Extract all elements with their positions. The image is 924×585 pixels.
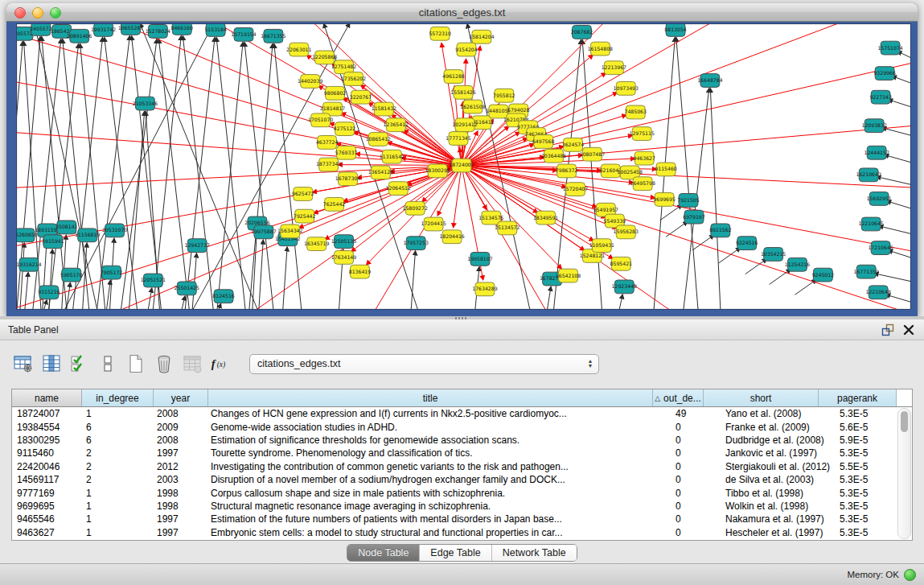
citation-edge-black[interactable] bbox=[25, 273, 28, 309]
table-cell[interactable]: 1997 bbox=[152, 513, 206, 525]
node-yellow[interactable]: 17356202 bbox=[341, 72, 366, 86]
column-header-year[interactable]: year bbox=[154, 389, 208, 406]
table-cell[interactable]: 6 bbox=[81, 435, 152, 446]
table-cell[interactable]: 1998 bbox=[152, 488, 206, 499]
node-yellow[interactable]: 15720407 bbox=[563, 183, 588, 196]
table-cell[interactable]: de Silva et al. (2003) bbox=[721, 474, 835, 485]
citation-edge-black[interactable] bbox=[887, 201, 910, 208]
table-cell[interactable]: Yano et al. (2008) bbox=[721, 408, 835, 419]
node-yellow[interactable]: 18204416 bbox=[439, 230, 464, 244]
node-yellow[interactable]: 12205868 bbox=[312, 51, 337, 64]
node-yellow[interactable]: 17771345 bbox=[446, 132, 470, 146]
node-teal[interactable]: 12505135 bbox=[331, 235, 356, 249]
table-row[interactable]: 977716911998Corpus callosum shape and si… bbox=[12, 486, 912, 499]
node-teal[interactable]: 9245012 bbox=[812, 268, 835, 282]
node-teal[interactable]: 16648784 bbox=[697, 74, 722, 88]
table-cell[interactable]: 9115460 bbox=[12, 447, 81, 459]
table-cell[interactable]: 1997 bbox=[152, 527, 206, 538]
node-yellow[interactable]: 15956283 bbox=[614, 225, 639, 239]
citation-edge-black[interactable] bbox=[889, 100, 910, 107]
node-yellow[interactable]: 3220767 bbox=[350, 90, 372, 104]
table-cell[interactable]: 9777169 bbox=[12, 488, 81, 499]
scrollbar-thumb[interactable] bbox=[901, 411, 908, 432]
node-teal[interactable]: 20891406 bbox=[67, 29, 92, 43]
table-cell[interactable]: Structural magnetic resonance image aver… bbox=[206, 501, 671, 512]
node-teal[interactable]: 9224516 bbox=[736, 237, 758, 250]
node-teal[interactable]: 16771359 bbox=[854, 265, 879, 278]
citation-edge-black[interactable] bbox=[283, 247, 287, 309]
node-yellow[interactable]: 4275122 bbox=[334, 122, 356, 136]
node-yellow[interactable]: 10973493 bbox=[614, 81, 639, 95]
table-row[interactable]: 946362711997Embryonic stem cells: a mode… bbox=[12, 526, 912, 539]
node-yellow[interactable]: 4637724 bbox=[316, 136, 339, 150]
citation-edge-red[interactable] bbox=[441, 43, 462, 166]
node-yellow[interactable]: 17204415 bbox=[421, 217, 446, 231]
table-cell[interactable]: 9463627 bbox=[12, 527, 81, 538]
tab-network-table[interactable]: Network Table bbox=[491, 545, 577, 561]
citation-edge-black[interactable] bbox=[185, 38, 215, 309]
node-teal[interactable]: 15692951 bbox=[866, 192, 891, 206]
node-teal[interactable]: 7905172 bbox=[101, 266, 123, 279]
node-teal[interactable]: 8813054 bbox=[664, 24, 687, 36]
node-yellow[interactable]: 17634289 bbox=[472, 282, 497, 296]
node-teal[interactable]: 19931742 bbox=[91, 24, 116, 36]
node-teal[interactable]: 11156819 bbox=[75, 229, 100, 242]
node-teal[interactable]: 10719154 bbox=[231, 27, 256, 41]
column-header-short[interactable]: short bbox=[704, 389, 819, 406]
table-cell[interactable]: 2008 bbox=[152, 435, 206, 446]
node-yellow[interactable]: 16345719 bbox=[304, 237, 329, 251]
node-yellow[interactable]: 9463627 bbox=[633, 151, 655, 165]
node-hub[interactable]: 18724007 bbox=[449, 159, 474, 172]
table-cell[interactable]: 0 bbox=[671, 435, 721, 446]
table-cell[interactable]: Nakamura et al. (1997) bbox=[721, 513, 835, 525]
table-cell[interactable]: 19384554 bbox=[12, 422, 81, 433]
table-cell[interactable]: 2 bbox=[81, 474, 152, 485]
node-teal[interactable]: 16210643 bbox=[856, 168, 881, 182]
table-cell[interactable]: 2012 bbox=[152, 461, 206, 472]
node-yellow[interactable]: 6497568 bbox=[532, 135, 555, 149]
node-teal[interactable]: 9315216 bbox=[38, 286, 60, 299]
table-cell[interactable]: Corpus callosum shape and size in male p… bbox=[206, 488, 671, 499]
column-header-name[interactable]: name bbox=[12, 389, 82, 406]
node-yellow[interactable]: 20364486 bbox=[541, 149, 566, 163]
table-cell[interactable]: 2 bbox=[81, 447, 152, 459]
node-teal[interactable]: 19316214 bbox=[17, 257, 42, 271]
citation-edge-black[interactable] bbox=[892, 76, 910, 83]
table-cell[interactable]: Stergiakouli et al. (2012) bbox=[721, 461, 835, 472]
network-table-select[interactable]: citations_edges.txt ▲▼ bbox=[249, 354, 599, 374]
minimize-window-button[interactable] bbox=[32, 7, 43, 19]
citation-edge-black[interactable] bbox=[253, 231, 257, 309]
table-cell[interactable]: 0 bbox=[671, 474, 721, 485]
node-teal[interactable]: 6979197 bbox=[683, 210, 705, 224]
table-cell[interactable]: Wolkin et al. (1998) bbox=[721, 501, 835, 512]
table-cell[interactable]: 1 bbox=[81, 501, 152, 512]
node-teal[interactable]: 8124516 bbox=[212, 290, 235, 303]
citation-edge-black[interactable] bbox=[886, 295, 910, 302]
citation-edge-black[interactable] bbox=[148, 288, 151, 309]
node-yellow[interactable]: 18737343 bbox=[316, 158, 341, 171]
table-row[interactable]: 1456911722003Disruption of a novel membe… bbox=[12, 473, 912, 486]
column-header-in-degree[interactable]: in_degree bbox=[82, 389, 154, 406]
node-yellow[interactable]: 17634149 bbox=[331, 251, 356, 265]
citation-edge-black[interactable] bbox=[20, 243, 24, 309]
node-yellow[interactable]: 11316542 bbox=[380, 150, 405, 163]
table-row[interactable]: 1830029562008Estimation of significance … bbox=[12, 434, 912, 447]
table-cell[interactable]: 0 bbox=[671, 447, 721, 459]
table-cell[interactable]: 1998 bbox=[152, 501, 206, 512]
close-window-button[interactable] bbox=[14, 7, 26, 19]
table-cell[interactable]: 0 bbox=[671, 501, 721, 512]
citation-edge-black[interactable] bbox=[619, 295, 622, 309]
tab-edge-table[interactable]: Edge Table bbox=[419, 545, 491, 561]
table-cell[interactable]: Hescheler et al. (1997) bbox=[721, 527, 835, 538]
table-row[interactable]: 2242004622012Investigating the contribut… bbox=[12, 460, 912, 473]
node-yellow[interactable]: 8136419 bbox=[349, 265, 372, 278]
node-teal[interactable]: 15751074 bbox=[877, 41, 902, 55]
node-yellow[interactable]: 11581432 bbox=[372, 102, 396, 116]
node-teal[interactable]: 12210645 bbox=[859, 217, 884, 231]
table-cell[interactable]: 18724007 bbox=[12, 408, 81, 419]
citation-edge-black[interactable] bbox=[745, 259, 767, 274]
table-cell[interactable]: 1997 bbox=[152, 447, 206, 459]
node-yellow[interactable]: 16495798 bbox=[630, 177, 655, 191]
node-yellow[interactable]: 16542108 bbox=[556, 269, 581, 282]
node-teal[interactable]: 5153184 bbox=[204, 24, 227, 36]
